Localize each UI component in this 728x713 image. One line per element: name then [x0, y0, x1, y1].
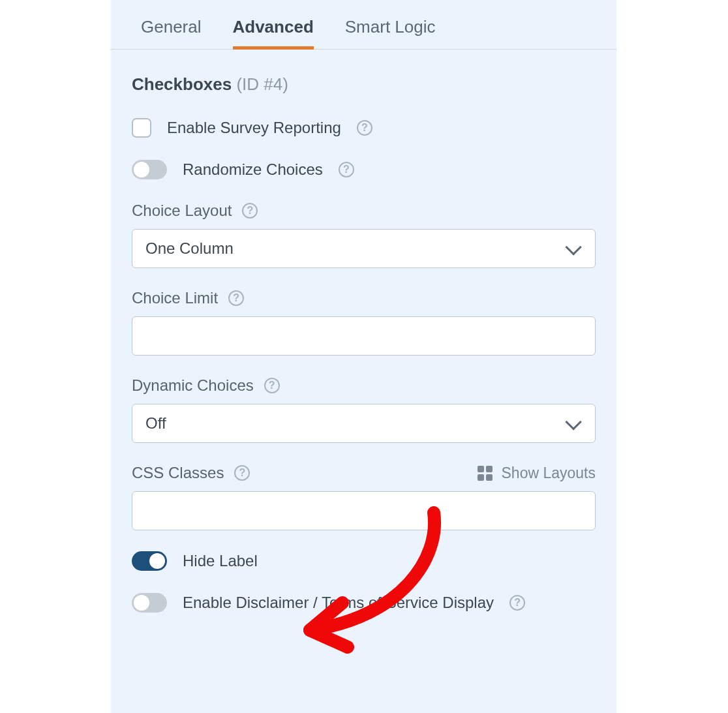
tab-smart-logic[interactable]: Smart Logic: [345, 8, 436, 49]
label-css-classes: CSS Classes: [132, 464, 224, 482]
show-layouts-link[interactable]: Show Layouts: [478, 464, 596, 482]
show-layouts-label: Show Layouts: [502, 464, 596, 482]
help-icon[interactable]: ?: [264, 378, 280, 393]
help-icon[interactable]: ?: [242, 203, 258, 219]
panel-content: Checkboxes (ID #4) Enable Survey Reporti…: [111, 50, 616, 613]
tab-advanced[interactable]: Advanced: [233, 8, 314, 49]
select-dynamic-choices[interactable]: Off: [132, 404, 596, 443]
toggle-hide-label[interactable]: [132, 551, 167, 571]
help-icon[interactable]: ?: [357, 120, 372, 136]
label-choice-layout: Choice Layout: [132, 202, 232, 220]
label-enable-survey-reporting: Enable Survey Reporting: [167, 119, 341, 137]
select-choice-layout[interactable]: One Column: [132, 229, 596, 268]
help-icon[interactable]: ?: [234, 465, 250, 481]
tab-general[interactable]: General: [141, 8, 202, 49]
checkbox-enable-survey-reporting[interactable]: [132, 118, 151, 138]
section-heading: Checkboxes (ID #4): [132, 74, 596, 95]
input-css-classes[interactable]: [132, 491, 596, 530]
label-randomize-choices: Randomize Choices: [183, 160, 323, 179]
field-settings-panel: General Advanced Smart Logic Checkboxes …: [111, 0, 616, 713]
input-choice-limit[interactable]: [132, 316, 596, 356]
label-choice-limit: Choice Limit: [132, 289, 218, 307]
field-css-classes: CSS Classes ? Show Layouts: [132, 464, 596, 530]
field-choice-layout: Choice Layout ? One Column: [132, 202, 596, 268]
toggle-enable-disclaimer[interactable]: [132, 593, 167, 613]
select-choice-layout-value: One Column: [145, 239, 234, 258]
label-enable-disclaimer: Enable Disclaimer / Terms of Service Dis…: [183, 594, 494, 612]
chevron-down-icon: [565, 239, 581, 255]
label-hide-label: Hide Label: [183, 552, 258, 570]
section-id: (ID #4): [236, 74, 288, 94]
help-icon[interactable]: ?: [339, 162, 354, 177]
chevron-down-icon: [565, 414, 581, 430]
help-icon[interactable]: ?: [228, 290, 244, 306]
select-dynamic-choices-value: Off: [145, 414, 166, 432]
row-enable-disclaimer: Enable Disclaimer / Terms of Service Dis…: [132, 593, 596, 613]
field-choice-limit: Choice Limit ?: [132, 289, 596, 356]
row-enable-survey-reporting: Enable Survey Reporting ?: [132, 118, 596, 138]
tabs: General Advanced Smart Logic: [111, 8, 616, 50]
row-randomize-choices: Randomize Choices ?: [132, 160, 596, 179]
label-dynamic-choices: Dynamic Choices: [132, 376, 254, 395]
toggle-randomize-choices[interactable]: [132, 160, 167, 179]
section-title: Checkboxes: [132, 74, 232, 94]
row-hide-label: Hide Label: [132, 551, 596, 571]
help-icon[interactable]: ?: [509, 595, 525, 611]
grid-icon: [478, 466, 493, 481]
field-dynamic-choices: Dynamic Choices ? Off: [132, 376, 596, 443]
